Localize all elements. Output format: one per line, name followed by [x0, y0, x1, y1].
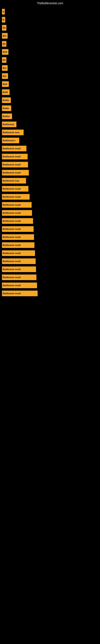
bar-row: Bottler	[2, 112, 100, 120]
bar-row: Bo	[2, 40, 100, 48]
bar-25: Bottleneck result	[2, 210, 32, 216]
bar-13: Bottler	[2, 114, 12, 119]
bar-20: Bottleneck result	[2, 170, 29, 176]
bar-label-25: Bottleneck result	[3, 212, 21, 214]
bar-4: Bo	[2, 41, 6, 47]
bar-16: Bottleneck r	[2, 138, 19, 143]
bar-2: Bo	[2, 25, 6, 30]
bar-label-19: Bottleneck result	[3, 164, 21, 166]
bar-label-30: Bottleneck result	[3, 252, 21, 254]
bars-container: BBBoBotBoBottBoBotBotBottBottlBottleBott…	[0, 6, 100, 298]
bar-row: Bottleneck result	[2, 217, 100, 225]
bar-19: Bottleneck result	[2, 162, 28, 168]
bar-label-24: Bottleneck result	[3, 204, 21, 206]
bar-0: B	[2, 9, 5, 14]
bar-row: Bottl	[2, 88, 100, 96]
site-title-container: TheBottlenecker.com	[0, 0, 100, 6]
bar-label-16: Bottleneck r	[3, 139, 16, 142]
bar-label-23: Bottleneck result	[3, 196, 21, 198]
bar-label-1: B	[3, 18, 4, 21]
bar-label-34: Bottleneck result	[3, 284, 21, 286]
bar-label-5: Bott	[3, 51, 7, 53]
bar-8: Bot	[2, 73, 8, 79]
bar-label-8: Bot	[3, 75, 6, 77]
bar-27: Bottleneck result	[2, 226, 34, 232]
bar-34: Bottleneck result	[2, 282, 37, 288]
bar-label-7: Bot	[3, 67, 6, 69]
bar-3: Bot	[2, 33, 8, 39]
bar-6: Bo	[2, 57, 6, 63]
bar-12: Bottle	[2, 106, 11, 111]
bar-row: Bottleneck result	[2, 193, 100, 201]
bar-label-18: Bottleneck result	[3, 155, 21, 158]
bar-21: Bottleneck resu	[2, 178, 26, 184]
bar-label-6: Bo	[3, 59, 6, 61]
bar-24: Bottleneck result	[2, 202, 32, 208]
bar-17: Bottleneck result	[2, 146, 26, 151]
bar-7: Bot	[2, 65, 8, 71]
bar-row: B	[2, 16, 100, 24]
bar-label-11: Bottle	[3, 99, 9, 102]
bar-row: Bott	[2, 80, 100, 88]
bar-label-28: Bottleneck result	[3, 236, 21, 238]
bar-row: Bottleneck result	[2, 160, 100, 169]
bar-row: Bottleneck r	[2, 136, 100, 144]
bar-label-26: Bottleneck result	[3, 220, 21, 222]
bar-label-31: Bottleneck result	[3, 260, 21, 262]
bar-label-21: Bottleneck resu	[3, 180, 19, 182]
bar-row: Bottleneck result	[2, 281, 100, 290]
bar-row: Bottleneck result	[2, 233, 100, 241]
bar-label-17: Bottleneck result	[3, 147, 21, 150]
bar-row: Bottle	[2, 104, 100, 112]
bar-row: Bottleneck result	[2, 185, 100, 193]
bar-label-29: Bottleneck result	[3, 244, 21, 246]
bar-11: Bottle	[2, 98, 11, 103]
bar-row: Bottleneck result	[2, 225, 100, 233]
bar-row: Bottleneck resu	[2, 128, 100, 136]
bar-row: Bottleneck result	[2, 169, 100, 177]
bar-row: Bot	[2, 72, 100, 80]
bar-row: Bot	[2, 64, 100, 72]
bar-label-2: Bo	[3, 26, 6, 29]
bar-row: Bot	[2, 32, 100, 40]
bar-label-9: Bott	[3, 83, 7, 85]
bar-row: Bottleneck result	[2, 241, 100, 249]
bar-label-32: Bottleneck result	[3, 268, 21, 270]
bar-row: B	[2, 8, 100, 16]
bar-31: Bottleneck result	[2, 258, 36, 264]
bar-row: Bottleneck result	[2, 273, 100, 281]
bar-29: Bottleneck result	[2, 242, 34, 248]
bar-15: Bottleneck resu	[2, 130, 24, 135]
bar-10: Bottl	[2, 89, 10, 95]
bar-row: Bottleneck	[2, 120, 100, 128]
bar-9: Bott	[2, 81, 9, 87]
bar-14: Bottleneck	[2, 122, 16, 127]
bar-row: Bottleneck result	[2, 257, 100, 265]
bar-33: Bottleneck result	[2, 274, 36, 280]
bar-label-35: Bottleneck result	[3, 292, 21, 295]
bar-row: Bottleneck result	[2, 209, 100, 217]
bar-label-12: Bottle	[3, 107, 9, 110]
bar-35: Bottleneck result	[2, 290, 38, 296]
bar-label-22: Bottleneck result	[3, 188, 21, 190]
bar-23: Bottleneck result	[2, 194, 30, 200]
bar-5: Bott	[2, 49, 8, 55]
bar-row: Bottleneck result	[2, 152, 100, 160]
bar-row: Bottleneck resu	[2, 177, 100, 185]
bar-row: Bottleneck result	[2, 265, 100, 273]
bar-1: B	[2, 17, 5, 22]
bar-label-27: Bottleneck result	[3, 228, 21, 230]
bar-label-33: Bottleneck result	[3, 276, 21, 278]
bar-row: Bott	[2, 48, 100, 56]
bar-label-3: Bot	[3, 34, 6, 37]
bar-label-20: Bottleneck result	[3, 172, 21, 174]
bar-row: Bo	[2, 56, 100, 64]
bar-row: Bo	[2, 24, 100, 32]
bar-28: Bottleneck result	[2, 234, 34, 240]
bar-label-10: Bottl	[3, 91, 8, 94]
bar-row: Bottleneck result	[2, 201, 100, 209]
bar-32: Bottleneck result	[2, 266, 36, 272]
bar-label-0: B	[3, 10, 4, 13]
bar-row: Bottle	[2, 96, 100, 104]
bar-label-4: Bo	[3, 43, 6, 45]
